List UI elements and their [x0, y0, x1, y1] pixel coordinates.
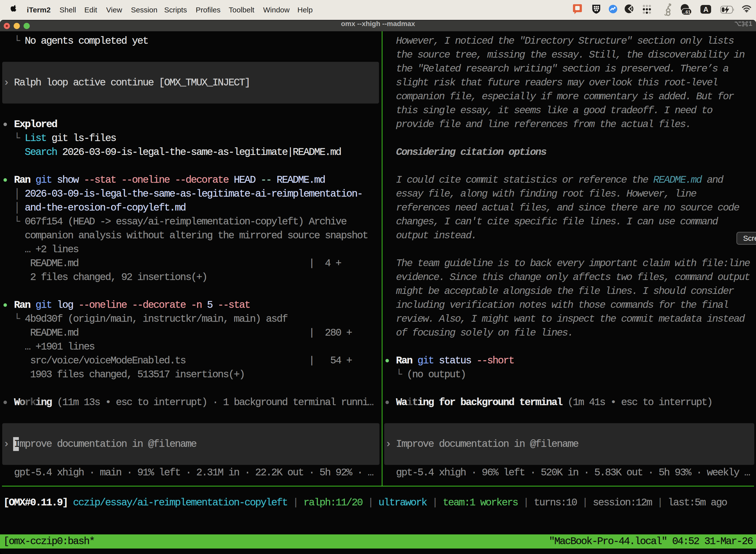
svg-text:A: A — [703, 5, 709, 13]
svg-text:..61: ..61 — [683, 10, 691, 15]
